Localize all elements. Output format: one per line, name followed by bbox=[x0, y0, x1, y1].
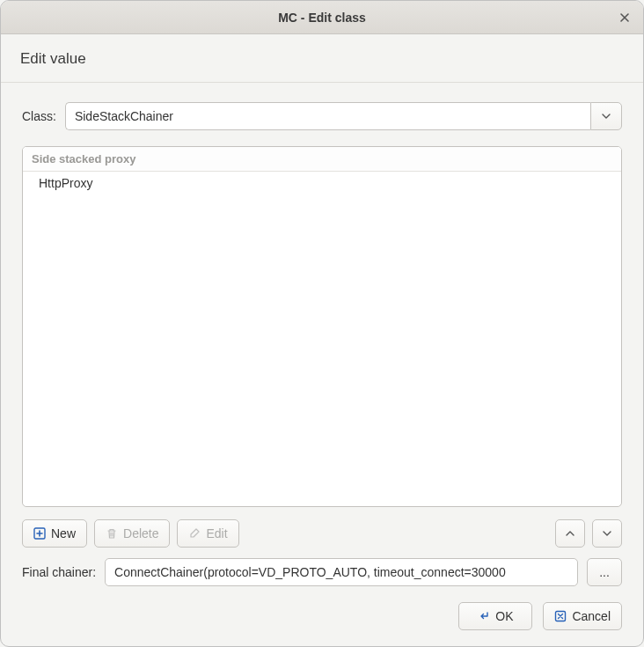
class-dropdown-button[interactable] bbox=[590, 102, 622, 130]
class-row: Class: bbox=[22, 102, 622, 130]
content: Edit value Class: Side stacked proxy Htt… bbox=[1, 34, 643, 646]
ok-button[interactable]: OK bbox=[458, 602, 532, 630]
proxy-list: Side stacked proxy HttpProxy bbox=[22, 146, 622, 507]
chevron-down-icon bbox=[601, 111, 611, 121]
move-down-button[interactable] bbox=[592, 519, 622, 548]
dialog-footer: OK Cancel bbox=[1, 586, 643, 630]
list-item[interactable]: HttpProxy bbox=[23, 172, 621, 195]
class-input[interactable] bbox=[65, 102, 590, 130]
main: Class: Side stacked proxy HttpProxy New bbox=[1, 83, 643, 586]
plus-icon bbox=[33, 527, 46, 540]
final-chainer-label: Final chainer: bbox=[22, 565, 96, 579]
cancel-icon bbox=[554, 610, 567, 622]
close-icon bbox=[619, 12, 630, 23]
new-button-label: New bbox=[51, 526, 76, 540]
close-button[interactable] bbox=[615, 8, 634, 27]
proxy-list-header[interactable]: Side stacked proxy bbox=[23, 147, 621, 172]
window-title: MC - Edit class bbox=[278, 11, 366, 25]
move-up-button[interactable] bbox=[555, 519, 585, 548]
titlebar[interactable]: MC - Edit class bbox=[1, 1, 643, 34]
class-label: Class: bbox=[22, 109, 56, 123]
chevron-down-icon bbox=[602, 528, 612, 539]
new-button[interactable]: New bbox=[22, 519, 87, 548]
trash-icon bbox=[106, 527, 118, 540]
final-chainer-input[interactable] bbox=[105, 558, 578, 586]
cancel-button[interactable]: Cancel bbox=[543, 602, 622, 630]
chevron-up-icon bbox=[565, 528, 575, 539]
edit-button[interactable]: Edit bbox=[177, 519, 238, 548]
final-chainer-row: Final chainer: ... bbox=[22, 558, 622, 586]
delete-button[interactable]: Delete bbox=[94, 519, 170, 548]
class-combo bbox=[65, 102, 622, 130]
browse-button[interactable]: ... bbox=[587, 558, 622, 586]
cancel-button-label: Cancel bbox=[572, 609, 611, 623]
return-icon bbox=[478, 610, 490, 622]
proxy-list-body[interactable]: HttpProxy bbox=[23, 172, 621, 506]
dialog-window: MC - Edit class Edit value Class: Side s… bbox=[0, 0, 644, 647]
edit-icon bbox=[188, 527, 201, 540]
ellipsis-icon: ... bbox=[599, 565, 610, 579]
edit-button-label: Edit bbox=[206, 526, 227, 540]
ok-button-label: OK bbox=[495, 609, 513, 623]
list-toolbar: New Delete Edit bbox=[22, 519, 622, 548]
delete-button-label: Delete bbox=[123, 526, 158, 540]
page-title: Edit value bbox=[20, 50, 624, 68]
section-header: Edit value bbox=[1, 34, 643, 83]
